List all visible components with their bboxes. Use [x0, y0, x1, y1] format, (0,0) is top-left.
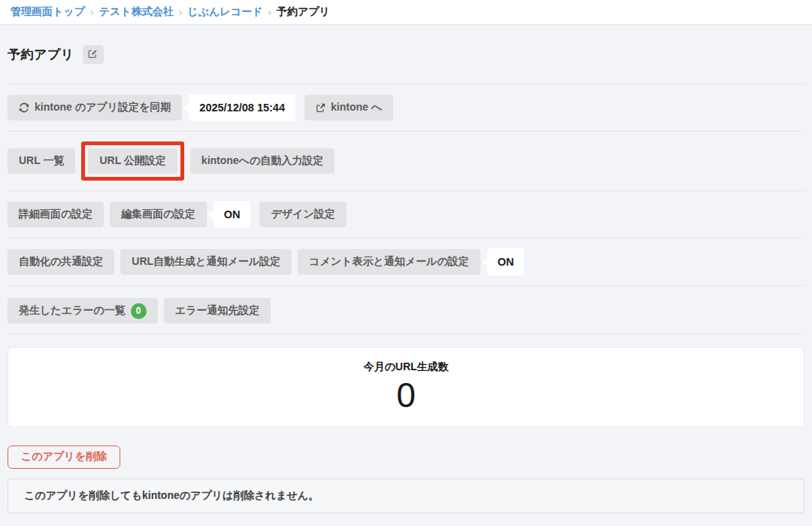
- error-count-badge: 0: [131, 303, 147, 319]
- monthly-url-count-label: 今月のURL生成数: [8, 360, 804, 374]
- breadcrumb-separator-icon: ›: [179, 6, 183, 18]
- automation-section: 自動化の共通設定 URL自動生成と通知メール設定 コメント表示と通知メールの設定…: [8, 239, 804, 286]
- monthly-url-count-value: 0: [8, 374, 804, 418]
- errors-section: 発生したエラーの一覧 0 エラー通知先設定: [8, 286, 804, 334]
- design-settings-button[interactable]: デザイン設定: [259, 202, 346, 227]
- edit-pencil-icon: [88, 49, 98, 61]
- error-list-button[interactable]: 発生したエラーの一覧 0: [8, 298, 158, 324]
- automation-common-settings-button[interactable]: 自動化の共通設定: [8, 249, 114, 275]
- breadcrumb-admin-top[interactable]: 管理画面トップ: [11, 5, 85, 19]
- url-publish-settings-button[interactable]: URL 公開設定: [88, 148, 177, 174]
- delete-app-button[interactable]: このアプリを削除: [8, 445, 120, 469]
- kintone-autofill-settings-button[interactable]: kintoneへの自動入力設定: [190, 148, 335, 174]
- sync-refresh-icon: [19, 102, 29, 113]
- last-synced-timestamp: 2025/12/08 15:44: [189, 94, 295, 121]
- title-section: 予約アプリ: [8, 25, 804, 84]
- sync-kintone-settings-button[interactable]: kintone のアプリ設定を同期: [8, 95, 182, 120]
- detail-screen-settings-button[interactable]: 詳細画面の設定: [8, 202, 104, 227]
- highlight-box: URL 公開設定: [81, 141, 183, 181]
- breadcrumb-service[interactable]: じぶんレコード: [187, 5, 262, 19]
- external-link-icon: [316, 103, 326, 113]
- page-title: 予約アプリ: [8, 46, 74, 63]
- edit-screen-settings-button[interactable]: 編集画面の設定: [110, 202, 206, 227]
- edit-screen-on-state: ON: [214, 201, 251, 228]
- sync-button-label: kintone のアプリ設定を同期: [35, 101, 171, 114]
- breadcrumb-current-app: 予約アプリ: [277, 5, 330, 19]
- error-notify-settings-button[interactable]: エラー通知先設定: [164, 298, 271, 324]
- main-content: 予約アプリ kintone のアプリ設定を同期 2025/12/08 15:44…: [0, 25, 812, 513]
- error-list-label: 発生したエラーの一覧: [19, 304, 126, 318]
- breadcrumb-separator-icon: ›: [268, 6, 271, 18]
- comment-mail-settings-button[interactable]: コメント表示と通知メールの設定: [298, 249, 480, 275]
- sync-section: kintone のアプリ設定を同期 2025/12/08 15:44 kinto…: [8, 84, 804, 132]
- url-autogen-mail-settings-button[interactable]: URL自動生成と通知メール設定: [120, 249, 292, 275]
- breadcrumb-company[interactable]: テスト株式会社: [99, 5, 174, 19]
- screen-settings-section: 詳細画面の設定 編集画面の設定 ON デザイン設定: [8, 191, 804, 239]
- edit-app-name-button[interactable]: [83, 45, 104, 64]
- monthly-url-stats-card: 今月のURL生成数 0: [8, 347, 804, 427]
- open-kintone-label: kintone へ: [331, 101, 382, 114]
- breadcrumb-separator-icon: ›: [90, 6, 94, 18]
- comment-mail-on-state: ON: [487, 248, 525, 275]
- breadcrumb: 管理画面トップ › テスト株式会社 › じぶんレコード › 予約アプリ: [0, 0, 812, 25]
- url-list-button[interactable]: URL 一覧: [8, 148, 75, 174]
- url-settings-section: URL 一覧 URL 公開設定 kintoneへの自動入力設定: [8, 132, 804, 191]
- delete-note: このアプリを削除してもkintoneのアプリは削除されません。: [8, 479, 804, 513]
- open-kintone-button[interactable]: kintone へ: [304, 95, 393, 120]
